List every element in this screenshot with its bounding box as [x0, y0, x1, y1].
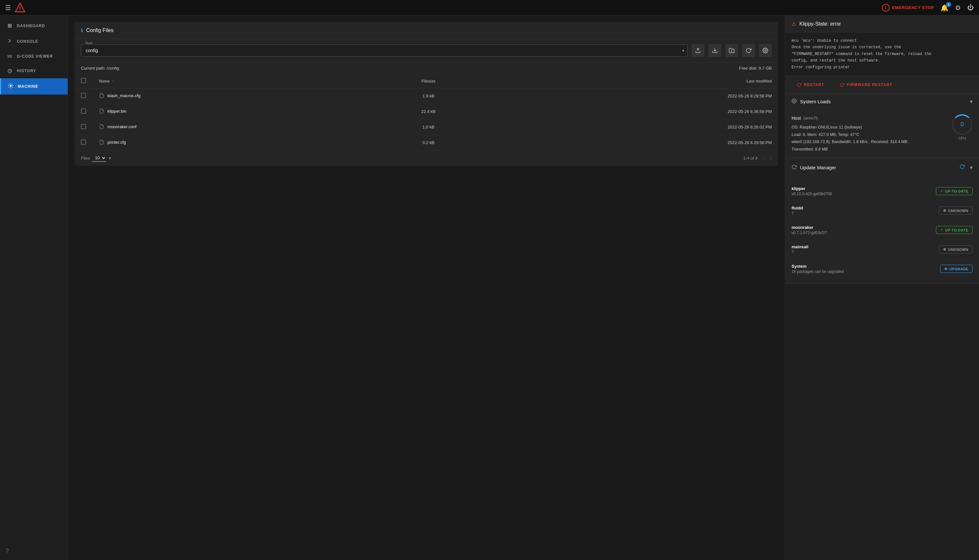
modified-cell: 2022-05-26 8:36:58 PM — [495, 104, 778, 120]
topbar-right: ! EMERGENCY STOP 🔔 2 ⚙ ⏻ — [882, 4, 974, 12]
files-label: Files — [81, 156, 90, 160]
update-status-chip: ✓ UP-TO-DATE — [936, 226, 972, 234]
file-icon — [99, 139, 104, 145]
sidebar-item-history[interactable]: ◷ HISTORY — [0, 63, 68, 78]
modified-cell: 2022-05-26 8:26:02 PM — [495, 120, 778, 135]
path-info: Current path: /config Free disk: 9.7 GB — [75, 62, 778, 74]
help-icon[interactable]: ? — [5, 547, 9, 555]
sidebar-item-console[interactable]: CONSOLE — [0, 33, 68, 50]
firmware-restart-label: FIRMWARE RESTART — [847, 83, 892, 87]
system-loads-header[interactable]: System Loads ▾ — [785, 94, 979, 109]
download-button[interactable] — [708, 44, 721, 57]
notification-badge: 2 — [946, 2, 951, 7]
cpu-gauge: 0 — [952, 114, 972, 135]
table-row[interactable]: printer.cfg 0.2 kB 2022-05-26 8:29:56 PM — [75, 135, 778, 150]
system-loads-card: System Loads ▾ Host (armv7l) OS: Raspbia… — [785, 94, 979, 158]
filesize-cell: 1.9 kB — [361, 88, 496, 104]
chevron-down-per-page: ▾ — [109, 156, 111, 160]
row-checkbox[interactable] — [81, 93, 86, 98]
topbar: ☰ ! EMERGENCY STOP 🔔 2 ⚙ ⏻ — [0, 0, 979, 15]
system-network: wlan0 (192.168.72.9): Bandwidth: 1.8 kB/… — [792, 138, 952, 146]
pagination: Files 10 ▾ 1-4 of 4 ‹ › — [75, 150, 778, 166]
update-item: moonraker v0.7.1-572-gd53cf27 ✓ UP-TO-DA… — [792, 220, 972, 240]
file-icon — [99, 108, 104, 114]
sidebar-item-machine[interactable]: MACHINE — [0, 78, 68, 95]
update-item: fluidd ? ⊕ UNKNOWN — [792, 201, 972, 220]
new-folder-button[interactable] — [725, 44, 738, 57]
status-icon: ⊕ — [943, 208, 946, 213]
status-label: UPGRADE — [949, 267, 968, 271]
settings-button[interactable]: ⚙ — [955, 4, 961, 12]
table-row[interactable]: klipper.bin 22.4 kB 2022-05-26 8:36:58 P… — [75, 104, 778, 120]
sidebar-bottom: ? — [5, 547, 9, 555]
update-status-chip[interactable]: ⊕ UPGRADE — [940, 265, 972, 273]
update-manager-header[interactable]: Update Manager ▾ — [785, 158, 979, 177]
host-line: Host (armv7l) — [792, 114, 952, 122]
prev-page-button[interactable]: ‹ — [763, 155, 765, 162]
power-button[interactable]: ⏻ — [967, 4, 974, 11]
update-refresh-button[interactable] — [958, 163, 966, 172]
emergency-icon: ! — [882, 4, 890, 12]
update-manager-chevron-icon: ▾ — [970, 165, 972, 171]
svg-point-3 — [10, 85, 12, 87]
restart-button[interactable]: RESTART — [792, 80, 829, 90]
emergency-stop-button[interactable]: ! EMERGENCY STOP — [882, 4, 934, 12]
svg-point-9 — [794, 100, 795, 102]
name-column-header[interactable]: Name ↑ — [93, 74, 361, 88]
row-checkbox[interactable] — [81, 108, 86, 113]
update-item-version: 16 packages can be upgraded — [792, 269, 844, 274]
system-loads-gear-icon — [792, 98, 797, 105]
update-item-name: fluidd — [792, 205, 803, 210]
sidebar-item-label-machine: MACHINE — [18, 84, 38, 89]
modified-cell: 2022-05-26 8:29:56 PM — [495, 135, 778, 150]
svg-point-2 — [20, 10, 21, 11]
system-load: Load: 0, Mem: 427.9 MB, Temp: 47°C — [792, 131, 952, 138]
table-row[interactable]: moonraker.conf 1.0 kB 2022-05-26 8:26:02… — [75, 120, 778, 135]
filesize-column-header[interactable]: Filesize — [361, 74, 496, 88]
notifications-button[interactable]: 🔔 2 — [941, 4, 949, 12]
klippy-line-2: Once the underlying issue is corrected, … — [792, 44, 972, 50]
table-row[interactable]: kiauh_macros.cfg 1.9 kB 2022-05-26 8:29:… — [75, 88, 778, 104]
update-header-actions: ▾ — [958, 163, 972, 172]
refresh-button[interactable] — [742, 44, 755, 57]
filename-cell: klipper.bin — [93, 104, 361, 120]
console-icon — [7, 38, 13, 45]
status-label: UP-TO-DATE — [945, 228, 968, 232]
root-select[interactable]: config — [81, 44, 688, 57]
klippy-actions: RESTART FIRMWARE RESTART — [785, 76, 979, 93]
firmware-restart-button[interactable]: FIRMWARE RESTART — [835, 80, 897, 90]
filename-cell: moonraker.conf — [93, 120, 361, 135]
filename-cell: printer.cfg — [93, 135, 361, 150]
system-info: Host (armv7l) OS: Raspbian GNU/Linux 11 … — [792, 114, 952, 153]
modified-column-header[interactable]: Last modified — [495, 74, 778, 88]
sidebar-item-label-dashboard: DASHBOARD — [17, 23, 45, 28]
select-all-checkbox[interactable] — [81, 78, 86, 83]
select-all-header[interactable] — [75, 74, 93, 88]
status-icon: ✓ — [940, 228, 943, 232]
klippy-line-5: Error configuring printer — [792, 64, 972, 70]
update-manager-refresh-small-icon — [792, 165, 797, 171]
row-checkbox[interactable] — [81, 140, 86, 145]
machine-icon — [7, 83, 14, 90]
sidebar-item-gcode-viewer[interactable]: 3D G-CODE VIEWER — [0, 50, 68, 63]
left-panel: ℹ Config Files Root config ▾ — [68, 15, 785, 560]
hamburger-menu[interactable]: ☰ — [5, 4, 11, 12]
per-page-select[interactable]: 10 — [92, 154, 106, 162]
modified-cell: 2022-05-26 8:29:56 PM — [495, 88, 778, 104]
file-table: Name ↑ Filesize Last modified — [75, 74, 778, 150]
upload-file-button[interactable] — [692, 44, 704, 57]
current-path: Current path: /config — [81, 66, 119, 70]
cpu-value: 0 — [961, 121, 964, 128]
sidebar-item-dashboard[interactable]: ⊞ DASHBOARD — [0, 18, 68, 33]
files-per-page: Files 10 ▾ — [81, 154, 111, 162]
root-select-wrapper: Root config ▾ — [81, 44, 688, 57]
config-settings-button[interactable] — [759, 44, 772, 57]
file-icon — [99, 123, 104, 130]
status-icon: ⊕ — [944, 267, 947, 271]
row-checkbox[interactable] — [81, 124, 86, 129]
app-logo — [14, 2, 26, 13]
config-files-card: ℹ Config Files Root config ▾ — [75, 22, 778, 166]
filesize-cell: 22.4 kB — [361, 104, 496, 120]
next-page-button[interactable]: › — [770, 155, 772, 162]
klippy-line-4: config, and restart the host software. — [792, 57, 972, 64]
